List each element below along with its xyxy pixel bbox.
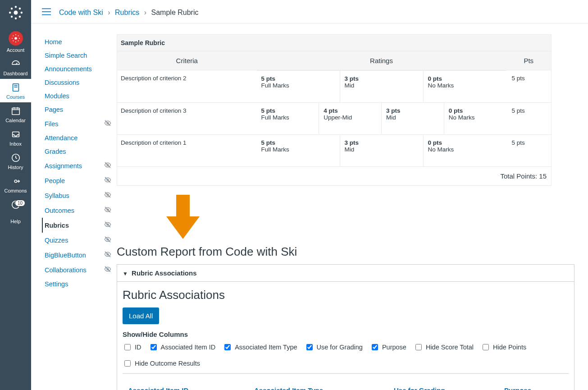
svg-point-16 bbox=[13, 41, 14, 41]
checkbox[interactable] bbox=[483, 344, 489, 350]
criterion-cell: Description of criterion 3 bbox=[117, 102, 257, 134]
rating-label: No Marks bbox=[428, 82, 502, 89]
rating: 4 ptsUpper-Mid bbox=[319, 103, 382, 134]
course-nav-item[interactable]: Collaborations bbox=[42, 262, 112, 277]
course-nav-label: Rubrics bbox=[45, 222, 69, 229]
column-toggles: IDAssociated Item IDAssociated Item Type… bbox=[123, 343, 569, 374]
rating-pts: 3 pts bbox=[386, 107, 439, 114]
svg-point-0 bbox=[14, 11, 18, 15]
svg-point-14 bbox=[13, 35, 14, 36]
column-toggle-label: ID bbox=[135, 344, 141, 351]
course-nav-item[interactable]: Discussions bbox=[42, 76, 112, 89]
table-header[interactable]: Associated Item ID bbox=[128, 386, 254, 390]
nav-label: History bbox=[0, 165, 31, 170]
hamburger-button[interactable] bbox=[42, 8, 51, 17]
checkbox[interactable] bbox=[306, 344, 313, 350]
panel-title: Rubric Associations bbox=[132, 269, 196, 277]
nav-account[interactable]: Account bbox=[0, 28, 31, 55]
nav-label: Courses bbox=[0, 94, 31, 100]
column-toggle-label: Hide Outcome Results bbox=[135, 360, 200, 367]
course-nav-label: Outcomes bbox=[45, 207, 74, 214]
course-nav-item[interactable]: Outcomes bbox=[42, 203, 112, 218]
svg-point-6 bbox=[18, 8, 20, 9]
column-toggle-label: Hide Score Total bbox=[426, 344, 474, 351]
nav-inbox[interactable]: Inbox bbox=[0, 126, 31, 149]
svg-point-13 bbox=[19, 38, 20, 39]
table-header[interactable]: Purpose bbox=[504, 386, 563, 390]
rating-pts: 0 pts bbox=[449, 107, 502, 114]
checkbox[interactable] bbox=[150, 344, 157, 350]
column-toggle[interactable]: Hide Points bbox=[481, 343, 526, 352]
load-all-button[interactable]: Load All bbox=[123, 307, 159, 324]
course-nav-item[interactable]: Simple Search bbox=[42, 49, 112, 62]
rating: 5 ptsFull Marks bbox=[257, 103, 319, 134]
course-nav-label: Quizzes bbox=[45, 237, 68, 244]
breadcrumb-link[interactable]: Code with Ski bbox=[59, 9, 103, 16]
rubric-header-criteria: Criteria bbox=[117, 51, 257, 70]
svg-point-2 bbox=[14, 18, 16, 19]
column-toggle[interactable]: Hide Outcome Results bbox=[123, 359, 200, 368]
course-nav-item[interactable]: Rubrics bbox=[42, 218, 112, 233]
table-header[interactable]: Associated Item Type bbox=[254, 386, 394, 390]
course-nav-label: BigBlueButton bbox=[45, 252, 86, 259]
course-nav-item[interactable]: Home bbox=[42, 35, 112, 49]
column-toggle[interactable]: ID bbox=[123, 343, 141, 352]
dashboard-icon bbox=[10, 59, 21, 69]
canvas-logo[interactable] bbox=[9, 5, 23, 21]
avatar-icon bbox=[9, 31, 23, 46]
svg-point-15 bbox=[18, 35, 18, 36]
panel-header[interactable]: ▼ Rubric Associations bbox=[117, 265, 574, 282]
breadcrumbs: Code with Ski › Rubrics › Sample Rubric bbox=[59, 9, 198, 17]
table-header[interactable]: Use for Grading bbox=[394, 386, 504, 390]
checkbox[interactable] bbox=[372, 344, 378, 350]
course-nav-item[interactable]: BigBlueButton bbox=[42, 248, 112, 262]
course-nav-item[interactable]: Pages bbox=[42, 103, 112, 116]
breadcrumb-link[interactable]: Rubrics bbox=[115, 9, 139, 16]
rating: 3 ptsMid bbox=[340, 71, 424, 102]
nav-history[interactable]: History bbox=[0, 149, 31, 173]
rating-label: Full Marks bbox=[261, 146, 335, 153]
commons-icon bbox=[10, 176, 21, 186]
rubric-row: Description of criterion 35 ptsFull Mark… bbox=[117, 102, 552, 134]
nav-dashboard[interactable]: Dashboard bbox=[0, 55, 31, 79]
course-nav-item[interactable]: Syllabus bbox=[42, 188, 112, 203]
column-toggle[interactable]: Associated Item ID bbox=[149, 343, 216, 352]
course-nav-item[interactable]: Announcements bbox=[42, 62, 112, 76]
course-nav-item[interactable]: Assignments bbox=[42, 158, 112, 173]
course-nav-item[interactable]: Settings bbox=[42, 277, 112, 291]
course-nav-item[interactable]: People bbox=[42, 173, 112, 188]
course-nav-item[interactable]: Files bbox=[42, 116, 112, 131]
nav-label: Dashboard bbox=[0, 71, 31, 76]
course-nav-item[interactable]: Grades bbox=[42, 145, 112, 158]
course-nav-item[interactable]: Modules bbox=[42, 89, 112, 103]
column-toggle[interactable]: Hide Score Total bbox=[414, 343, 474, 352]
rating-pts: 5 pts bbox=[261, 139, 335, 146]
column-toggle-label: Purpose bbox=[382, 344, 406, 351]
nav-courses[interactable]: Courses bbox=[0, 79, 31, 102]
nav-calendar[interactable]: Calendar bbox=[0, 102, 31, 126]
triangle-down-icon: ▼ bbox=[123, 271, 128, 277]
checkbox[interactable] bbox=[415, 344, 422, 350]
global-nav: Account Dashboard Courses Calendar Inbox… bbox=[0, 0, 31, 390]
checkbox[interactable] bbox=[124, 344, 131, 350]
course-nav-item[interactable]: Attendance bbox=[42, 131, 112, 145]
nav-help[interactable]: 10 Help bbox=[0, 196, 31, 227]
help-badge: 10 bbox=[15, 200, 25, 206]
course-nav-label: Announcements bbox=[45, 65, 92, 73]
rating-label: Upper-Mid bbox=[324, 114, 377, 121]
criterion-cell: Description of criterion 2 bbox=[117, 70, 257, 103]
course-nav-item[interactable]: Quizzes bbox=[42, 233, 112, 248]
topbar: Code with Ski › Rubrics › Sample Rubric bbox=[31, 0, 588, 23]
breadcrumb-current: Sample Rubric bbox=[151, 9, 199, 16]
hidden-eye-icon bbox=[104, 191, 111, 200]
points-cell: 5 pts bbox=[506, 134, 552, 167]
column-toggle[interactable]: Associated Item Type bbox=[223, 343, 297, 352]
column-toggle[interactable]: Use for Grading bbox=[305, 343, 363, 352]
checkbox[interactable] bbox=[124, 360, 131, 367]
nav-commons[interactable]: Commons bbox=[0, 173, 31, 196]
course-nav-label: Files bbox=[45, 120, 59, 128]
column-toggle[interactable]: Purpose bbox=[370, 343, 406, 352]
criterion-cell: Description of criterion 1 bbox=[117, 134, 257, 167]
course-nav-label: Settings bbox=[45, 280, 68, 288]
checkbox[interactable] bbox=[224, 344, 231, 350]
